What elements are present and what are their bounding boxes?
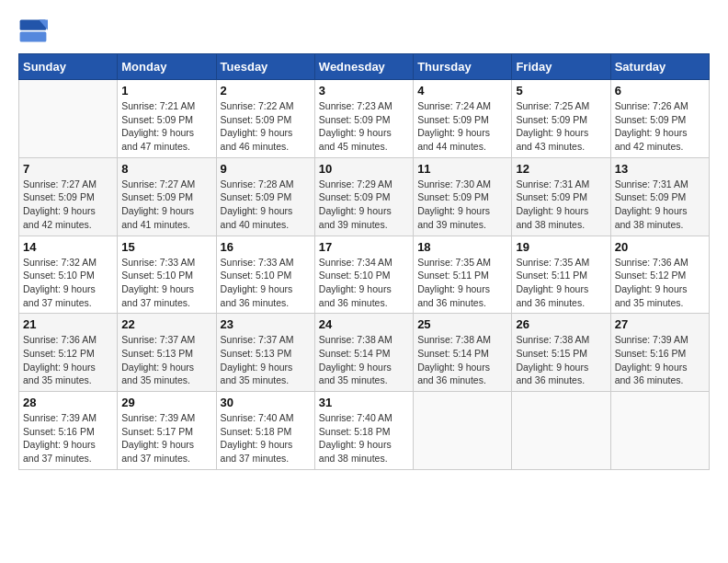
day-info: Sunrise: 7:22 AM Sunset: 5:09 PM Dayligh… xyxy=(221,99,311,154)
day-info: Sunrise: 7:31 AM Sunset: 5:09 PM Dayligh… xyxy=(615,178,705,232)
calendar-cell: 31Sunrise: 7:40 AM Sunset: 5:18 PM Dayli… xyxy=(314,392,413,470)
day-number: 29 xyxy=(121,396,211,409)
calendar-cell: 30Sunrise: 7:40 AM Sunset: 5:18 PM Dayli… xyxy=(216,392,314,470)
weekday-header: Friday xyxy=(512,54,610,80)
day-info: Sunrise: 7:27 AM Sunset: 5:09 PM Dayligh… xyxy=(23,178,113,232)
day-info: Sunrise: 7:38 AM Sunset: 5:14 PM Dayligh… xyxy=(417,333,507,387)
weekday-header: Thursday xyxy=(414,54,512,80)
calendar-cell: 22Sunrise: 7:37 AM Sunset: 5:13 PM Dayli… xyxy=(118,314,216,392)
calendar-cell: 6Sunrise: 7:26 AM Sunset: 5:09 PM Daylig… xyxy=(610,80,709,158)
calendar-cell: 13Sunrise: 7:31 AM Sunset: 5:09 PM Dayli… xyxy=(610,157,709,236)
calendar-cell: 27Sunrise: 7:39 AM Sunset: 5:16 PM Dayli… xyxy=(610,314,709,392)
day-number: 27 xyxy=(615,317,705,331)
day-number: 6 xyxy=(615,84,705,98)
day-number: 2 xyxy=(221,84,311,98)
calendar-cell: 7Sunrise: 7:27 AM Sunset: 5:09 PM Daylig… xyxy=(19,157,118,236)
day-number: 1 xyxy=(121,84,211,98)
calendar-cell: 10Sunrise: 7:29 AM Sunset: 5:09 PM Dayli… xyxy=(314,157,413,236)
calendar-cell: 24Sunrise: 7:38 AM Sunset: 5:14 PM Dayli… xyxy=(314,314,413,392)
day-number: 28 xyxy=(23,396,113,409)
calendar-week-row: 1Sunrise: 7:21 AM Sunset: 5:09 PM Daylig… xyxy=(19,80,710,158)
calendar-cell: 5Sunrise: 7:25 AM Sunset: 5:09 PM Daylig… xyxy=(512,80,610,158)
day-info: Sunrise: 7:38 AM Sunset: 5:14 PM Dayligh… xyxy=(319,333,409,387)
weekday-header: Saturday xyxy=(610,54,709,80)
day-info: Sunrise: 7:33 AM Sunset: 5:10 PM Dayligh… xyxy=(121,256,211,310)
day-info: Sunrise: 7:35 AM Sunset: 5:11 PM Dayligh… xyxy=(417,256,507,310)
day-info: Sunrise: 7:29 AM Sunset: 5:09 PM Dayligh… xyxy=(319,178,409,232)
day-number: 11 xyxy=(417,162,507,176)
day-info: Sunrise: 7:28 AM Sunset: 5:09 PM Dayligh… xyxy=(221,178,311,232)
day-number: 16 xyxy=(221,240,311,254)
day-number: 23 xyxy=(221,317,311,331)
day-info: Sunrise: 7:40 AM Sunset: 5:18 PM Dayligh… xyxy=(319,411,409,465)
calendar-cell: 16Sunrise: 7:33 AM Sunset: 5:10 PM Dayli… xyxy=(216,236,314,314)
day-number: 8 xyxy=(121,162,211,176)
day-number: 7 xyxy=(23,162,113,176)
calendar-cell: 17Sunrise: 7:34 AM Sunset: 5:10 PM Dayli… xyxy=(314,236,413,314)
day-info: Sunrise: 7:30 AM Sunset: 5:09 PM Dayligh… xyxy=(417,178,507,232)
day-number: 25 xyxy=(417,317,507,331)
calendar-week-row: 21Sunrise: 7:36 AM Sunset: 5:12 PM Dayli… xyxy=(19,314,710,392)
logo-icon xyxy=(18,18,48,44)
calendar-cell: 21Sunrise: 7:36 AM Sunset: 5:12 PM Dayli… xyxy=(19,314,118,392)
calendar-cell: 23Sunrise: 7:37 AM Sunset: 5:13 PM Dayli… xyxy=(216,314,314,392)
day-info: Sunrise: 7:38 AM Sunset: 5:15 PM Dayligh… xyxy=(516,333,606,387)
day-number: 19 xyxy=(516,240,606,254)
weekday-header: Monday xyxy=(118,54,216,80)
calendar-cell: 4Sunrise: 7:24 AM Sunset: 5:09 PM Daylig… xyxy=(414,80,512,158)
day-number: 18 xyxy=(417,240,507,254)
day-info: Sunrise: 7:27 AM Sunset: 5:09 PM Dayligh… xyxy=(121,178,211,232)
day-info: Sunrise: 7:23 AM Sunset: 5:09 PM Dayligh… xyxy=(319,99,409,154)
calendar-week-row: 7Sunrise: 7:27 AM Sunset: 5:09 PM Daylig… xyxy=(19,157,710,236)
calendar-cell xyxy=(512,392,610,470)
calendar-cell: 19Sunrise: 7:35 AM Sunset: 5:11 PM Dayli… xyxy=(512,236,610,314)
day-info: Sunrise: 7:26 AM Sunset: 5:09 PM Dayligh… xyxy=(615,99,705,154)
day-number: 24 xyxy=(319,317,409,331)
svg-rect-1 xyxy=(20,31,47,41)
weekday-header: Sunday xyxy=(19,54,118,80)
calendar-cell xyxy=(414,392,512,470)
calendar-cell: 20Sunrise: 7:36 AM Sunset: 5:12 PM Dayli… xyxy=(610,236,709,314)
day-info: Sunrise: 7:24 AM Sunset: 5:09 PM Dayligh… xyxy=(417,99,507,154)
calendar-header: SundayMondayTuesdayWednesdayThursdayFrid… xyxy=(19,54,710,80)
calendar-cell: 26Sunrise: 7:38 AM Sunset: 5:15 PM Dayli… xyxy=(512,314,610,392)
day-info: Sunrise: 7:21 AM Sunset: 5:09 PM Dayligh… xyxy=(121,99,211,154)
day-info: Sunrise: 7:31 AM Sunset: 5:09 PM Dayligh… xyxy=(516,178,606,232)
day-number: 5 xyxy=(516,84,606,98)
day-info: Sunrise: 7:36 AM Sunset: 5:12 PM Dayligh… xyxy=(23,333,113,387)
calendar-body: 1Sunrise: 7:21 AM Sunset: 5:09 PM Daylig… xyxy=(19,80,710,470)
day-info: Sunrise: 7:25 AM Sunset: 5:09 PM Dayligh… xyxy=(516,99,606,154)
day-number: 17 xyxy=(319,240,409,254)
calendar-cell: 15Sunrise: 7:33 AM Sunset: 5:10 PM Dayli… xyxy=(118,236,216,314)
calendar-cell: 3Sunrise: 7:23 AM Sunset: 5:09 PM Daylig… xyxy=(314,80,413,158)
day-info: Sunrise: 7:36 AM Sunset: 5:12 PM Dayligh… xyxy=(615,256,705,310)
day-number: 9 xyxy=(221,162,311,176)
day-info: Sunrise: 7:37 AM Sunset: 5:13 PM Dayligh… xyxy=(121,333,211,387)
calendar-cell xyxy=(19,80,118,158)
calendar-cell: 25Sunrise: 7:38 AM Sunset: 5:14 PM Dayli… xyxy=(414,314,512,392)
day-number: 26 xyxy=(516,317,606,331)
day-info: Sunrise: 7:39 AM Sunset: 5:17 PM Dayligh… xyxy=(121,411,211,465)
day-info: Sunrise: 7:39 AM Sunset: 5:16 PM Dayligh… xyxy=(23,411,113,465)
day-number: 22 xyxy=(121,317,211,331)
calendar-cell: 9Sunrise: 7:28 AM Sunset: 5:09 PM Daylig… xyxy=(216,157,314,236)
day-info: Sunrise: 7:35 AM Sunset: 5:11 PM Dayligh… xyxy=(516,256,606,310)
calendar-cell: 18Sunrise: 7:35 AM Sunset: 5:11 PM Dayli… xyxy=(414,236,512,314)
day-number: 3 xyxy=(319,84,409,98)
weekday-header: Tuesday xyxy=(216,54,314,80)
day-number: 15 xyxy=(121,240,211,254)
calendar-cell: 28Sunrise: 7:39 AM Sunset: 5:16 PM Dayli… xyxy=(19,392,118,470)
calendar-cell: 12Sunrise: 7:31 AM Sunset: 5:09 PM Dayli… xyxy=(512,157,610,236)
header xyxy=(18,18,710,44)
calendar-table: SundayMondayTuesdayWednesdayThursdayFrid… xyxy=(18,53,710,470)
day-number: 31 xyxy=(319,396,409,409)
calendar-cell: 11Sunrise: 7:30 AM Sunset: 5:09 PM Dayli… xyxy=(414,157,512,236)
calendar-cell: 2Sunrise: 7:22 AM Sunset: 5:09 PM Daylig… xyxy=(216,80,314,158)
day-number: 10 xyxy=(319,162,409,176)
calendar-cell xyxy=(610,392,709,470)
day-info: Sunrise: 7:34 AM Sunset: 5:10 PM Dayligh… xyxy=(319,256,409,310)
calendar-cell: 8Sunrise: 7:27 AM Sunset: 5:09 PM Daylig… xyxy=(118,157,216,236)
day-number: 30 xyxy=(221,396,311,409)
calendar-cell: 29Sunrise: 7:39 AM Sunset: 5:17 PM Dayli… xyxy=(118,392,216,470)
calendar-week-row: 14Sunrise: 7:32 AM Sunset: 5:10 PM Dayli… xyxy=(19,236,710,314)
